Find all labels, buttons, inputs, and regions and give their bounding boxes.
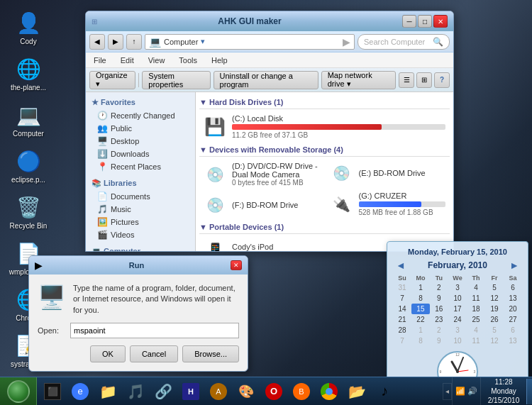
desktop-icon-cody[interactable]: 👤 Cody [4, 7, 53, 48]
calendar-day[interactable]: 6 [504, 282, 522, 293]
taskbar-pin-network[interactable]: 🔗 [150, 379, 177, 404]
calendar-day[interactable]: 27 [504, 314, 522, 325]
map-drive-button[interactable]: Map network drive ▾ [321, 71, 396, 89]
desktop-icon-eclipse[interactable]: 🔵 eclipse.p... [4, 145, 53, 187]
calendar-day[interactable]: 14 [393, 304, 411, 314]
clock-display[interactable]: 11:28 Monday 2/15/2010 [480, 377, 526, 405]
sidebar-item-pictures[interactable]: 🖼️ Pictures [86, 216, 195, 228]
calendar-day[interactable]: 12 [485, 335, 504, 346]
run-close-button[interactable]: ✕ [231, 260, 242, 270]
menu-file[interactable]: File [89, 55, 111, 66]
taskbar-pin-chrome[interactable] [316, 379, 343, 404]
run-input[interactable] [70, 323, 239, 338]
view-details-button[interactable]: ☰ [399, 72, 414, 88]
calendar-prev-button[interactable]: ◄ [393, 260, 409, 271]
calendar-day[interactable]: 15 [411, 304, 430, 314]
calendar-day[interactable]: 16 [430, 304, 448, 314]
minimize-button[interactable]: ─ [402, 15, 416, 28]
calendar-day[interactable]: 6 [504, 325, 522, 335]
taskbar-pin-opera[interactable]: O [260, 379, 287, 404]
calendar-day[interactable]: 5 [485, 325, 504, 335]
forward-button[interactable]: ▶ [108, 34, 123, 50]
calendar-day[interactable]: 3 [448, 325, 467, 335]
tray-icon-2[interactable]: 🔊 [467, 387, 477, 396]
system-properties-button[interactable]: System properties [142, 71, 210, 89]
calendar-day[interactable]: 23 [430, 314, 448, 325]
sidebar-item-music[interactable]: 🎵 Music [86, 203, 195, 216]
taskbar-pin-run[interactable]: H [177, 379, 204, 404]
organize-button[interactable]: Organize ▾ [89, 71, 135, 89]
taskbar-pin-paint[interactable]: 🎨 [233, 379, 260, 404]
expand-notifications-button[interactable]: ◂ [443, 383, 452, 400]
sidebar-computer-header[interactable]: 💻 Computer [86, 245, 195, 251]
calendar-day[interactable]: 25 [467, 314, 485, 325]
drive-e[interactable]: 💿 (E:) BD-ROM Drive [326, 159, 450, 187]
calendar-day[interactable]: 20 [504, 304, 522, 314]
calendar-day[interactable]: 5 [485, 282, 504, 293]
desktop-icon-recycle-bin[interactable]: 🗑️ Recycle Bin [4, 192, 53, 233]
maximize-button[interactable]: □ [418, 15, 432, 28]
calendar-day[interactable]: 1 [411, 282, 430, 293]
calendar-day[interactable]: 8 [411, 293, 430, 304]
calendar-day[interactable]: 31 [393, 282, 411, 293]
calendar-day[interactable]: 19 [485, 304, 504, 314]
calendar-day[interactable]: 28 [393, 325, 411, 335]
calendar-day[interactable]: 9 [430, 293, 448, 304]
sidebar-item-public[interactable]: 👥 Public [86, 122, 195, 135]
taskbar-pin-ie[interactable]: e [67, 379, 94, 404]
calendar-day[interactable]: 1 [411, 325, 430, 335]
sidebar-item-downloads[interactable]: ⬇️ Downloads [86, 148, 195, 160]
menu-tools[interactable]: Tools [174, 55, 201, 66]
tray-icon-1[interactable]: 📶 [455, 387, 465, 396]
calendar-day[interactable]: 2 [430, 282, 448, 293]
taskbar-pin-cmd[interactable]: ⬛ [39, 379, 66, 404]
taskbar-pin-folder[interactable]: 📁 [94, 379, 121, 404]
calendar-day[interactable]: 21 [393, 314, 411, 325]
calendar-next-button[interactable]: ► [506, 260, 522, 271]
show-desktop-button[interactable] [526, 379, 532, 404]
calendar-day[interactable]: 13 [504, 335, 522, 346]
calendar-day[interactable]: 7 [393, 335, 411, 346]
calendar-day[interactable]: 4 [467, 325, 485, 335]
help-button[interactable]: ? [434, 72, 450, 88]
sidebar-favorites-header[interactable]: ★ Favorites [86, 96, 195, 109]
calendar-day[interactable]: 10 [448, 293, 467, 304]
drive-g[interactable]: 🔌 (G:) CRUZER 528 MB free of 1.88 GB [326, 189, 450, 219]
uninstall-button[interactable]: Uninstall or change a program [214, 71, 318, 89]
run-cancel-button[interactable]: Cancel [130, 345, 178, 362]
calendar-day[interactable]: 26 [485, 314, 504, 325]
run-ok-button[interactable]: OK [90, 345, 126, 362]
taskbar-pin-files[interactable]: 📂 [343, 379, 370, 404]
search-bar[interactable]: Search Computer 🔍 [358, 34, 450, 50]
calendar-day[interactable]: 11 [467, 335, 485, 346]
taskbar-pin-blender[interactable]: B [288, 379, 315, 404]
sidebar-item-documents[interactable]: 📄 Documents [86, 190, 195, 203]
back-button[interactable]: ◀ [89, 34, 105, 50]
calendar-day[interactable]: 4 [467, 282, 485, 293]
calendar-day[interactable]: 13 [504, 293, 522, 304]
close-button[interactable]: ✕ [433, 15, 448, 28]
taskbar-pin-winamp[interactable]: ♪ [371, 379, 398, 404]
calendar-day[interactable]: 11 [467, 293, 485, 304]
up-button[interactable]: ↑ [126, 34, 142, 50]
calendar-day[interactable]: 22 [411, 314, 430, 325]
view-icons-button[interactable]: ⊞ [416, 72, 432, 88]
calendar-day[interactable]: 24 [448, 314, 467, 325]
sidebar-libraries-header[interactable]: 📚 Libraries [86, 177, 195, 190]
taskbar-pin-app1[interactable]: A [205, 379, 232, 404]
drive-c[interactable]: 💾 (C:) Local Disk 11.2 GB free of 37.1 G… [199, 111, 450, 142]
sidebar-item-videos[interactable]: 🎬 Videos [86, 228, 195, 241]
sidebar-item-recent-places[interactable]: 📍 Recent Places [86, 160, 195, 173]
address-bar[interactable]: 💻 Computer ▾ ▶ [145, 34, 355, 50]
drive-f[interactable]: 💿 (F:) BD-ROM Drive [199, 191, 323, 219]
sidebar-item-recently-changed[interactable]: 🕐 Recently Changed [86, 109, 195, 122]
desktop-icon-computer[interactable]: 💻 Computer [4, 99, 53, 140]
calendar-day[interactable]: 9 [430, 335, 448, 346]
sidebar-item-desktop[interactable]: 🖥️ Desktop [86, 135, 195, 148]
desktop-icon-the-planet[interactable]: 🌐 the-plane... [4, 53, 53, 94]
calendar-day[interactable]: 3 [448, 282, 467, 293]
calendar-day[interactable]: 18 [467, 304, 485, 314]
run-browse-button[interactable]: Browse... [182, 345, 239, 362]
calendar-day[interactable]: 10 [448, 335, 467, 346]
taskbar-pin-media[interactable]: 🎵 [122, 379, 149, 404]
